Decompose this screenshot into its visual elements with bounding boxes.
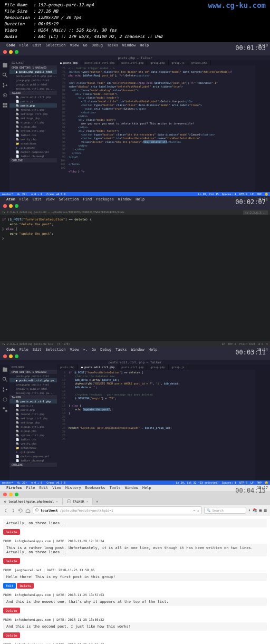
sidebar-item[interactable]: 🐘 posts.php xyxy=(9,408,57,412)
tab-active[interactable]: ● posts.edit.ctrl.php xyxy=(78,364,118,370)
menu-help[interactable]: Help xyxy=(149,348,158,352)
sidebar-item[interactable]: 🐘 signup.php xyxy=(9,429,57,433)
menu-bookmarks[interactable]: Bookmarks xyxy=(85,486,105,490)
menu-file[interactable]: File xyxy=(20,197,28,201)
edit-button[interactable]: Edit xyxy=(3,583,16,589)
code-content[interactable]: if ($_POST["formPostDeleteButton"] == de… xyxy=(2,217,268,241)
url-bar[interactable]: ⓘ localhost/gate.php?module=posts&gid=1 … xyxy=(33,506,202,514)
sidebar-item[interactable]: 🐘 posts.edit.ctrl.php xyxy=(9,95,57,99)
menu-selection[interactable]: Selection xyxy=(46,43,66,47)
git-icon[interactable] xyxy=(2,82,8,88)
language-mode[interactable]: PHP xyxy=(257,193,262,196)
debug-icon[interactable] xyxy=(2,397,8,402)
sidebar-item[interactable]: 📄 talker.css xyxy=(9,437,57,441)
delete-button[interactable]: Delete xyxy=(3,608,20,613)
delete-button[interactable]: Delete xyxy=(3,632,20,638)
menu-icon[interactable]: ☰ xyxy=(264,508,267,513)
sidebar-item[interactable]: 📁 scratchbox xyxy=(9,141,57,146)
code-editor[interactable]: 7576777879808182838485868788899091929394… xyxy=(57,65,270,192)
cursor-position[interactable]: Ln 95, Col 15 xyxy=(198,193,219,196)
close-tab-icon[interactable]: × xyxy=(86,499,89,503)
close-window-icon[interactable] xyxy=(3,50,7,54)
atom-tab-active[interactable]: tV.2.3.6.3... xyxy=(243,210,268,215)
menu-edit[interactable]: Edit xyxy=(33,197,42,201)
tab-active[interactable]: ● posts.php xyxy=(57,60,81,65)
back-icon[interactable] xyxy=(3,508,8,513)
sidebar-item[interactable]: 📄 posts.js xyxy=(9,403,57,408)
search-icon[interactable] xyxy=(2,377,8,382)
git-branch[interactable]: master* xyxy=(2,481,13,484)
close-tab-icon[interactable]: × xyxy=(56,499,58,503)
app-name[interactable]: Atom xyxy=(6,197,15,201)
menu-find[interactable]: Find xyxy=(83,197,92,201)
delete-button[interactable]: Delete xyxy=(17,583,34,589)
sidebar-item[interactable]: messaging.ctrl.php pu... xyxy=(9,86,57,91)
sidebar-item[interactable]: 🐘 resend.ctrl.php xyxy=(9,108,57,112)
crane-ext[interactable]: Crane v0.3.8 xyxy=(46,481,65,484)
delete-button[interactable]: Delete xyxy=(3,558,20,564)
crane-ext[interactable]: Crane v0.3.8 xyxy=(46,193,65,196)
menu-window[interactable]: Window xyxy=(131,348,144,352)
menu-view[interactable]: View xyxy=(52,486,61,490)
open-editors-section[interactable]: OPEN EDITORS 1 UNSAVED xyxy=(9,65,57,70)
code-content[interactable]: if ($_POST["formPostDeleteButton"] == de… xyxy=(68,370,255,480)
encoding[interactable]: UTF-8 xyxy=(239,481,247,484)
menu-view[interactable]: View xyxy=(70,348,79,352)
menu-edit[interactable]: Edit xyxy=(33,348,42,352)
minimap[interactable] xyxy=(255,65,270,192)
language-mode[interactable]: Plain Text xyxy=(239,342,255,345)
menu-edit[interactable]: Edit xyxy=(39,486,48,490)
close-window-icon[interactable] xyxy=(3,354,7,358)
tab[interactable]: group.js xyxy=(169,364,188,370)
code-editor[interactable]: 891011121314151617181920212223242526 if … xyxy=(57,370,270,480)
feedback-icon[interactable]: 😊 xyxy=(265,193,268,196)
eol[interactable]: LF xyxy=(250,481,254,484)
menu-selection[interactable]: Selection xyxy=(46,348,66,352)
app-name[interactable]: Code xyxy=(6,43,15,47)
sidebar-item[interactable]: 🐘 signup.ctrl.php xyxy=(9,425,57,429)
file-path[interactable]: tV.2.3.6.3_deleting-posts-02 6:1 xyxy=(2,342,53,345)
menu-file[interactable]: File xyxy=(26,486,35,490)
encoding[interactable]: UTF-8 xyxy=(228,342,236,345)
new-tab-button[interactable]: + xyxy=(93,498,101,505)
sidebar-item[interactable]: 🐘 settings.php xyxy=(9,420,57,425)
menu-selection[interactable]: Selection xyxy=(59,197,79,201)
close-icon[interactable]: ✕ xyxy=(266,342,268,345)
close-window-icon[interactable] xyxy=(3,204,7,208)
sidebar-item[interactable]: 📄 posts.js xyxy=(9,99,57,103)
sidebar-item[interactable]: 🐘 verify.php xyxy=(9,137,57,141)
menu-window[interactable]: Window xyxy=(125,486,138,490)
menu-debug[interactable]: Debug xyxy=(92,43,103,47)
app-name[interactable]: Code xyxy=(6,348,15,352)
menu-help[interactable]: Help xyxy=(142,486,151,490)
git-icon[interactable] xyxy=(2,387,8,392)
sidebar-item[interactable]: 🐘 system.ctrl.php xyxy=(9,129,57,133)
menu-edit[interactable]: Edit xyxy=(33,43,42,47)
sidebar-item[interactable]: group.js public-html xyxy=(9,387,57,391)
menu-file[interactable]: File xyxy=(20,348,28,352)
sidebar-icon[interactable]: ▤ xyxy=(259,508,262,513)
sidebar-item[interactable]: 🐘 settings.ctrl.php xyxy=(9,112,57,116)
tab[interactable]: posts.edit.ctrl.php xyxy=(81,60,118,65)
downloads-icon[interactable]: ⬇ xyxy=(248,508,250,513)
sidebar-item[interactable]: group.js public-html xyxy=(9,82,57,86)
git-sync[interactable]: 0↓ 22↑ xyxy=(17,193,27,196)
app-name[interactable]: Firefox xyxy=(6,486,22,490)
sidebar-item[interactable]: posts.edit.ctrl.php pub... xyxy=(9,74,57,78)
tab[interactable]: posts.php xyxy=(57,364,78,370)
debug-icon[interactable] xyxy=(2,92,8,98)
sidebar-item[interactable]: ⚙ .gitignore xyxy=(9,146,57,150)
tab[interactable]: groups.php xyxy=(188,60,211,65)
indent[interactable]: Spaces: 4 xyxy=(222,481,236,484)
menu-tasks[interactable]: Tasks xyxy=(115,348,127,352)
sidebar-item[interactable]: group.php public-html xyxy=(9,382,57,387)
sidebar-item[interactable]: 📁 scratchbox xyxy=(9,446,57,450)
library-icon[interactable]: 📚 xyxy=(253,508,257,513)
home-icon[interactable] xyxy=(25,508,31,513)
project-section[interactable]: TALKER xyxy=(9,395,57,399)
sidebar-item[interactable]: 📄 talker_db.mwsql xyxy=(9,154,57,158)
delete-button[interactable]: Delete xyxy=(3,529,20,535)
menu-tools[interactable]: Tools xyxy=(110,486,121,490)
minimize-window-icon[interactable] xyxy=(9,354,13,358)
info-icon[interactable]: ⓘ xyxy=(35,508,38,513)
